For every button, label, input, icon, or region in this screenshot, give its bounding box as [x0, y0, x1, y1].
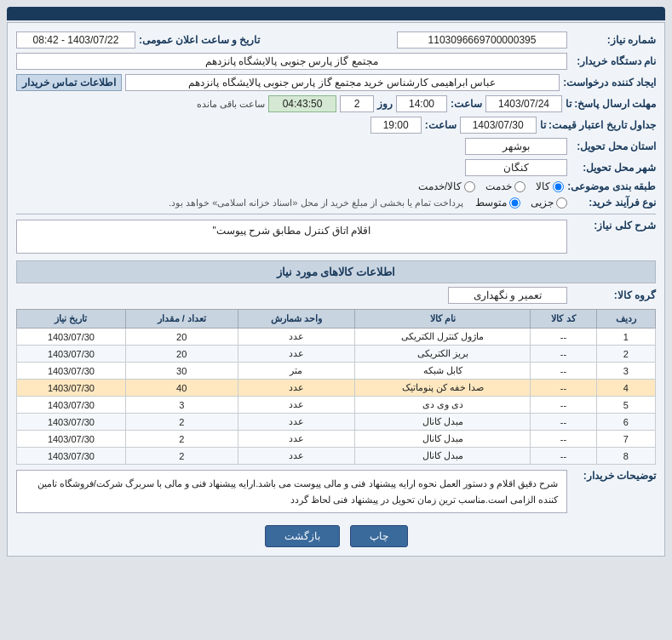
- cell-vahid: عدد: [238, 448, 354, 465]
- table-row: 7 -- مبدل کانال عدد 2 1403/07/30: [17, 431, 656, 448]
- cell-tarikh: 1403/07/30: [17, 329, 126, 346]
- cell-tedad: 30: [125, 363, 238, 380]
- shahr-value: کنگان: [465, 159, 567, 176]
- cell-code: --: [531, 414, 596, 431]
- group-label: گروه کالا:: [571, 289, 656, 301]
- cell-tarikh: 1403/07/30: [17, 363, 126, 380]
- cell-tarikh: 1403/07/30: [17, 346, 126, 363]
- cell-code: --: [531, 397, 596, 414]
- shomara-niaz-label: شماره نیاز:: [571, 34, 656, 46]
- cell-vahid: عدد: [238, 329, 354, 346]
- nov-farayand-options: جزیی متوسط: [475, 197, 567, 209]
- cell-tedad: 3: [125, 397, 238, 414]
- table-row: 3 -- کابل شبکه متر 30 1403/07/30: [17, 363, 656, 380]
- cell-vahid: عدد: [238, 380, 354, 397]
- cell-tedad: 2: [125, 431, 238, 448]
- cell-tedad: 2: [125, 448, 238, 465]
- notes-value: شرح دقیق اقلام و دستور العمل نحوه ارایه …: [16, 470, 567, 513]
- notes-label: توضیحات خریدار:: [571, 470, 656, 482]
- table-row: 4 -- صدا خفه کن پنوماتیک عدد 40 1403/07/…: [17, 380, 656, 397]
- tabaqe-kala-khedmat[interactable]: کالا/خدمت: [418, 180, 475, 192]
- col-code: کد کالا: [531, 310, 596, 329]
- cell-code: --: [531, 431, 596, 448]
- cell-radif: 6: [596, 414, 655, 431]
- shomara-niaz-value: 1103096669700000395: [397, 31, 567, 49]
- cell-tedad: 2: [125, 414, 238, 431]
- cell-tedad: 20: [125, 329, 238, 346]
- cell-radif: 8: [596, 448, 655, 465]
- table-row: 5 -- دی وی دی عدد 3 1403/07/30: [17, 397, 656, 414]
- shahr-label: شهر محل تحویل:: [571, 162, 656, 174]
- cell-name: مبدل کانال: [354, 448, 531, 465]
- roz-label: روز: [377, 98, 393, 110]
- cell-code: --: [531, 329, 596, 346]
- jadval-label: جداول تاریخ اعتبار قیمت: تا: [540, 119, 656, 131]
- nov-jozii[interactable]: جزیی: [531, 197, 567, 209]
- tabaqe-label: طبقه بندی موضوعی:: [567, 180, 656, 192]
- sharh-value: اقلام اتاق کنترل مطابق شرح پیوست": [16, 220, 567, 254]
- cell-tarikh: 1403/07/30: [17, 414, 126, 431]
- table-row: 8 -- مبدل کانال عدد 2 1403/07/30: [17, 448, 656, 465]
- ijad-label: ایجاد کننده درخواست:: [563, 77, 656, 89]
- cell-radif: 3: [596, 363, 655, 380]
- tabaqe-options: کالا خدمت کالا/خدمت: [418, 180, 564, 192]
- col-name: نام کالا: [354, 310, 531, 329]
- sahat-label2: ساعت:: [425, 119, 457, 131]
- tabaqe-khedmat[interactable]: خدمت: [485, 180, 526, 192]
- cell-radif: 5: [596, 397, 655, 414]
- cell-tedad: 20: [125, 346, 238, 363]
- cell-tedad: 40: [125, 380, 238, 397]
- cell-name: صدا خفه کن پنوماتیک: [354, 380, 531, 397]
- cell-name: بریز الکتریکی: [354, 346, 531, 363]
- cell-vahid: عدد: [238, 414, 354, 431]
- page-header: [7, 7, 665, 20]
- nam-dastgah-value: مجتمع گاز پارس جنوبی پالایشگاه پانزدهم: [16, 53, 567, 70]
- group-value: تعمیر و نگهداری: [448, 287, 567, 304]
- mohlat-roz: 2: [340, 95, 374, 112]
- cell-tarikh: 1403/07/30: [17, 431, 126, 448]
- ostan-label: استان محل تحویل:: [571, 140, 656, 152]
- kalahai-section-title: اطلاعات کالاهای مورد نیاز: [16, 260, 656, 283]
- ostan-value: بوشهر: [465, 138, 567, 155]
- print-button[interactable]: چاپ: [350, 525, 408, 547]
- col-radif: ردیف: [596, 310, 655, 329]
- col-tarikh: تاریخ نیاز: [17, 310, 126, 329]
- jadval-date: 1403/07/30: [460, 117, 537, 134]
- nam-dastgah-label: نام دستگاه خریدار:: [571, 55, 656, 67]
- cell-name: دی وی دی: [354, 397, 531, 414]
- jadval-time: 19:00: [370, 117, 422, 134]
- tabaqe-kala[interactable]: کالا: [536, 180, 564, 192]
- nov-motevaset[interactable]: متوسط: [475, 197, 520, 209]
- mohlat-sahat: 04:43:50: [268, 95, 336, 112]
- mohlat-time: 14:00: [396, 95, 447, 112]
- cell-radif: 2: [596, 346, 655, 363]
- sharh-label: شرح کلی نیاز:: [571, 220, 656, 231]
- cell-code: --: [531, 363, 596, 380]
- cell-code: --: [531, 448, 596, 465]
- col-tedad: تعداد / مقدار: [125, 310, 238, 329]
- cell-code: --: [531, 380, 596, 397]
- cell-vahid: عدد: [238, 431, 354, 448]
- mohlat-baqi: ساعت باقی مانده: [197, 99, 265, 110]
- cell-vahid: عدد: [238, 397, 354, 414]
- table-row: 1 -- ماژول کنترل الکتریکی عدد 20 1403/07…: [17, 329, 656, 346]
- cell-radif: 7: [596, 431, 655, 448]
- cell-tarikh: 1403/07/30: [17, 380, 126, 397]
- cell-code: --: [531, 346, 596, 363]
- ijad-value: عباس ابراهیمی کارشناس خرید مجتمع گاز پار…: [125, 74, 560, 91]
- tarikh-ijad-label: تاریخ و ساعت اعلان عمومی:: [139, 34, 260, 46]
- contact-link[interactable]: اطلاعات تماس خریدار: [16, 74, 122, 91]
- cell-radif: 4: [596, 380, 655, 397]
- mohlat-date: 1403/07/24: [485, 95, 562, 112]
- cell-vahid: متر: [238, 363, 354, 380]
- button-row: چاپ بازگشت: [16, 525, 656, 547]
- back-button[interactable]: بازگشت: [265, 525, 340, 547]
- cell-tarikh: 1403/07/30: [17, 397, 126, 414]
- cell-name: مبدل کانال: [354, 414, 531, 431]
- col-vahid: واحد شمارش: [238, 310, 354, 329]
- cell-radif: 1: [596, 329, 655, 346]
- cell-tarikh: 1403/07/30: [17, 448, 126, 465]
- kala-table: ردیف کد کالا نام کالا واحد شمارش تعداد /…: [16, 309, 656, 465]
- cell-name: کابل شبکه: [354, 363, 531, 380]
- table-row: 6 -- مبدل کانال عدد 2 1403/07/30: [17, 414, 656, 431]
